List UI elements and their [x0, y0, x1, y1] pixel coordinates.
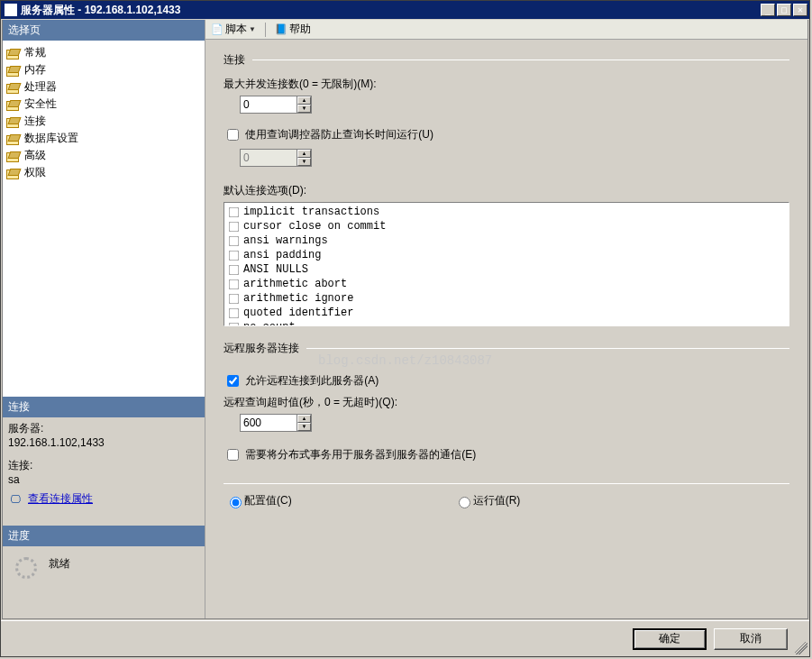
spinner-icon [15, 557, 37, 579]
chevron-down-icon: ▼ [249, 25, 256, 33]
close-button[interactable]: ✕ [793, 4, 807, 16]
group-remote: 远程服务器连接 [224, 341, 299, 356]
list-item[interactable]: arithmetic abort [228, 277, 785, 291]
toolbar: 📄脚本▼ 📘帮助 [205, 20, 807, 40]
require-dist-row[interactable]: 需要将分布式事务用于服务器到服务器的通信(E) [224, 448, 476, 461]
tree-item-memory[interactable]: 内存 [5, 61, 203, 78]
list-item[interactable]: arithmetic ignore [228, 291, 785, 306]
tree-item-security[interactable]: 安全性 [5, 96, 203, 113]
toolbar-separator [265, 23, 266, 37]
remote-timeout-label: 远程查询超时值(秒，0 = 无超时)(Q): [224, 395, 789, 410]
page-tree: 常规 内存 处理器 安全性 连接 数据库设置 高级 权限 [3, 41, 205, 397]
list-item[interactable]: quoted identifier [228, 306, 785, 320]
radio-running[interactable] [459, 497, 470, 508]
sidebar-header: 选择页 [3, 20, 205, 41]
governor-input [241, 150, 297, 166]
script-button[interactable]: 📄脚本▼ [211, 22, 256, 37]
spin-down: ▼ [297, 158, 311, 166]
default-options-list[interactable]: implicit transactions cursor close on co… [224, 202, 789, 326]
group-connections: 连接 [224, 52, 245, 68]
allow-remote-checkbox[interactable] [227, 375, 239, 387]
server-properties-window: ▣ 服务器属性 - 192.168.1.102,1433 _ □ ✕ 选择页 常… [0, 0, 810, 657]
help-button[interactable]: 📘帮助 [275, 22, 311, 37]
default-opts-label: 默认连接选项(D): [224, 183, 789, 198]
radio-configured[interactable] [230, 497, 242, 508]
list-item[interactable]: cursor close on commit [228, 219, 785, 233]
use-governor-row[interactable]: 使用查询调控器防止查询长时间运行(U) [224, 128, 433, 141]
page-icon [6, 81, 21, 94]
max-conn-input[interactable] [241, 96, 297, 113]
app-icon: ▣ [5, 4, 17, 16]
spin-up[interactable]: ▲ [297, 96, 311, 105]
progress-header: 进度 [3, 526, 205, 546]
button-bar: 确定 取消 [1, 620, 809, 656]
resize-grip[interactable] [795, 642, 807, 654]
spin-down[interactable]: ▼ [297, 423, 311, 431]
server-value: 192.168.1.102,1433 [8, 436, 199, 449]
tree-item-general[interactable]: 常规 [5, 44, 203, 61]
page-icon [6, 64, 21, 77]
max-conn-spin[interactable]: ▲▼ [240, 96, 312, 114]
help-icon: 📘 [275, 23, 287, 36]
max-conn-label: 最大并发连接数(0 = 无限制)(M): [224, 77, 789, 92]
right-pane: 📄脚本▼ 📘帮助 连接 最大并发连接数(0 = 无限制)(M): ▲▼ [205, 20, 807, 618]
tree-item-connections[interactable]: 连接 [5, 113, 203, 130]
use-governor-checkbox[interactable] [227, 129, 239, 141]
connection-info: 服务器: 192.168.1.102,1433 连接: sa 🖵 查看连接属性 [3, 417, 205, 526]
page-icon [6, 150, 21, 162]
maximize-button[interactable]: □ [777, 4, 791, 16]
cancel-button[interactable]: 取消 [714, 628, 788, 650]
tree-item-dbsettings[interactable]: 数据库设置 [5, 130, 203, 147]
script-icon: 📄 [211, 23, 224, 36]
remote-timeout-spin[interactable]: ▲▼ [240, 414, 312, 432]
radio-running-row[interactable]: 运行值(R) [454, 493, 521, 508]
radio-configured-row[interactable]: 配置值(C) [225, 493, 292, 508]
tree-item-permissions[interactable]: 权限 [5, 164, 203, 181]
properties-icon: 🖵 [8, 492, 23, 507]
server-label: 服务器: [8, 421, 199, 436]
window-title: 服务器属性 - 192.168.1.102,1433 [21, 3, 759, 18]
remote-timeout-input[interactable] [241, 415, 297, 431]
sidebar: 选择页 常规 内存 处理器 安全性 连接 数据库设置 高级 权限 连接 服务器:… [3, 20, 205, 618]
allow-remote-row[interactable]: 允许远程连接到此服务器(A) [224, 374, 379, 387]
require-dist-checkbox[interactable] [227, 449, 239, 461]
list-item[interactable]: implicit transactions [228, 205, 785, 219]
form-area: 连接 最大并发连接数(0 = 无限制)(M): ▲▼ 使用查询调控器防止查询长时… [205, 40, 807, 618]
progress-status: 就绪 [49, 557, 70, 570]
list-item[interactable]: no count [228, 320, 785, 326]
list-item[interactable]: ansi warnings [228, 233, 785, 248]
list-item[interactable]: ANSI NULLS [228, 262, 785, 277]
connection-header: 连接 [3, 397, 205, 417]
progress-section: 就绪 [3, 546, 205, 618]
governor-spin: ▲▼ [240, 149, 312, 167]
spin-up[interactable]: ▲ [297, 415, 311, 423]
page-icon [6, 167, 21, 179]
conn-value: sa [8, 473, 199, 486]
tree-item-processors[interactable]: 处理器 [5, 78, 203, 96]
conn-label: 连接: [8, 458, 199, 473]
tree-item-advanced[interactable]: 高级 [5, 147, 203, 164]
spin-down[interactable]: ▼ [297, 105, 311, 113]
page-icon [6, 98, 21, 111]
minimize-button[interactable]: _ [761, 4, 775, 16]
page-icon [6, 115, 21, 128]
title-bar: ▣ 服务器属性 - 192.168.1.102,1433 _ □ ✕ [1, 1, 809, 19]
ok-button[interactable]: 确定 [633, 628, 707, 650]
page-icon [6, 133, 21, 145]
list-item[interactable]: ansi padding [228, 248, 785, 262]
page-icon [6, 47, 21, 59]
view-connection-properties-link[interactable]: 查看连接属性 [28, 491, 93, 507]
spin-up: ▲ [297, 150, 311, 158]
